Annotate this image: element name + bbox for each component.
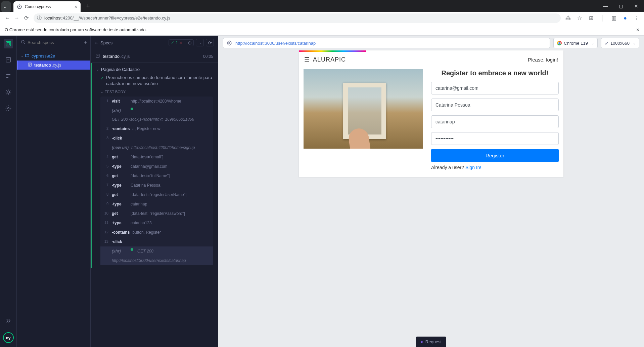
minimize-button[interactable]: — — [598, 1, 613, 11]
command-name: get — [112, 173, 128, 179]
command-row[interactable]: 13-click — [100, 237, 213, 246]
aut-url-text: http://localhost:3000/user/exists/catari… — [235, 41, 316, 46]
command-number: 2 — [102, 126, 108, 131]
hamburger-icon[interactable]: ☰ — [304, 56, 310, 63]
rerun-button[interactable]: ⟳ — [206, 39, 214, 46]
command-message: [data-test="registerUserName"] — [131, 192, 186, 198]
reload-button[interactable]: ⟳ — [21, 13, 31, 23]
reporter-panel: ⇤ Specs ✓ 1 ✕ -- ◷ ⌄ ⟳ — [91, 36, 218, 347]
command-row[interactable]: 6get[data-test="fullName"] — [100, 171, 213, 181]
hook-title[interactable]: ⌄ TEST BODY — [96, 88, 213, 95]
suite-title[interactable]: ⌄ Página de Cadastro — [96, 66, 213, 73]
email-field[interactable] — [431, 82, 559, 94]
file-name: testando — [34, 63, 51, 68]
svg-point-4 — [7, 91, 10, 93]
username-field[interactable] — [431, 115, 559, 128]
command-row[interactable]: http://localhost:3000/user/exists/catari… — [100, 256, 213, 265]
sidepanel-icon[interactable]: ▥ — [609, 13, 618, 23]
collapse-icon[interactable] — [4, 316, 13, 325]
command-row[interactable]: 1visithttp://localhost:4200/#/home — [100, 97, 213, 106]
chevron-down-icon: ⌄ — [96, 68, 99, 71]
status-dot-icon — [131, 248, 133, 251]
login-link[interactable]: Please, login! — [528, 57, 558, 63]
spec-ext: .cy.js — [120, 54, 130, 59]
tree-file[interactable]: testando.cy.js — [17, 61, 90, 70]
close-window-button[interactable]: ✕ — [629, 1, 644, 11]
viewport-selector[interactable]: ⤡ 1000x660 ⌄ — [601, 38, 639, 48]
cypress-logo-icon[interactable]: cy — [3, 332, 14, 343]
url-bar[interactable]: ⓘ localhost:4200/__/#/specs/runner?file=… — [34, 13, 561, 23]
forward-button[interactable]: → — [12, 13, 21, 23]
maximize-button[interactable]: ▢ — [613, 1, 629, 11]
pending-count: -- — [184, 40, 187, 45]
browser-toolbar: ← → ⟳ ⓘ localhost:4200/__/#/specs/runner… — [0, 12, 644, 24]
site-info-icon[interactable]: ⓘ — [37, 15, 42, 21]
snapshot-chip[interactable]: Request — [416, 337, 446, 347]
pass-icon: ✓ — [171, 40, 174, 45]
command-message: Catarina Pessoa — [131, 182, 160, 188]
command-number: 6 — [102, 173, 108, 179]
next-button[interactable]: ⌄ — [196, 39, 204, 46]
command-name: -type — [112, 163, 128, 169]
specs-sidebar: + ⌄ cypress\e2e testando.cy.js — [17, 36, 91, 347]
password-field[interactable] — [431, 132, 559, 145]
command-message: http://localhost:4200/#/home/signup — [131, 145, 195, 151]
svg-point-0 — [17, 5, 21, 9]
command-row[interactable]: 7-typeCatarina Pessoa — [100, 181, 213, 190]
search-specs-input[interactable] — [28, 40, 84, 45]
translate-icon[interactable]: ⁂ — [563, 13, 573, 23]
command-row[interactable]: 12-containsbutton, Register — [100, 228, 213, 237]
command-name: (new url) — [112, 145, 129, 151]
command-row[interactable]: 5-typecatarina@gmail.com — [100, 162, 213, 171]
extensions-icon[interactable]: ⊞ — [586, 13, 596, 23]
folder-name: cypress\e2e — [32, 53, 55, 59]
automation-infobar: O Chrome está sendo controlado por um so… — [0, 24, 644, 36]
profile-icon[interactable]: ● — [620, 13, 630, 23]
settings-icon[interactable] — [4, 104, 13, 113]
command-row[interactable]: 4get[data-test="email"] — [100, 152, 213, 162]
command-row[interactable]: 2-containsa, Register now — [100, 124, 213, 133]
command-name: -type — [112, 182, 128, 188]
tab-close-icon[interactable]: × — [75, 4, 77, 9]
spec-row[interactable]: testando.cy.js 00:05 — [91, 50, 218, 63]
command-row[interactable]: (xhr)GET 200 /sockjs-node/info?t=1699566… — [100, 106, 213, 124]
new-tab-button[interactable]: + — [83, 1, 93, 11]
tab-dropdown[interactable]: ⌄ — [1, 1, 11, 12]
tree-folder[interactable]: ⌄ cypress\e2e — [17, 51, 90, 61]
browser-selector[interactable]: Chrome 119 ⌄ — [553, 38, 598, 48]
aut-url-bar[interactable]: http://localhost:3000/user/exists/catari… — [223, 38, 550, 48]
command-row[interactable]: 11-typecatarina123 — [100, 218, 213, 228]
check-icon: ✓ — [100, 75, 104, 81]
command-row[interactable]: 3-click — [100, 133, 213, 143]
command-message: GET 200 /sockjs-node/info?t=169956602186… — [112, 116, 194, 122]
test-title[interactable]: ✓ Preencher os campos do formulário corr… — [96, 73, 213, 88]
command-row[interactable]: 9-typecatarinap — [100, 199, 213, 209]
bug-icon[interactable] — [4, 87, 13, 97]
fail-icon: ✕ — [179, 40, 183, 45]
back-button[interactable]: ← — [3, 13, 12, 23]
command-message: GET 200 — [137, 248, 153, 254]
register-button[interactable]: Register — [431, 149, 559, 162]
runs-icon[interactable] — [4, 55, 13, 65]
command-message: catarina@gmail.com — [131, 163, 168, 169]
specs-icon[interactable] — [4, 39, 13, 48]
debug-icon[interactable] — [4, 71, 13, 81]
command-row[interactable]: (xhr)GET 200 — [100, 246, 213, 256]
command-row[interactable]: 10get[data-test="registerPassword"] — [100, 209, 213, 218]
menu-icon[interactable]: ⋮ — [632, 13, 641, 23]
new-spec-button[interactable]: + — [84, 39, 88, 46]
browser-tab[interactable]: Curso-cypress × — [13, 1, 81, 12]
selector-playground-icon[interactable] — [227, 40, 232, 46]
chevron-down-icon: ⌄ — [21, 54, 24, 58]
collapse-specs-icon[interactable]: ⇤ — [95, 40, 98, 45]
infobar-close-icon[interactable]: × — [636, 27, 639, 33]
aut-panel: http://localhost:3000/user/exists/catari… — [218, 36, 644, 347]
command-row[interactable]: 8get[data-test="registerUserName"] — [100, 190, 213, 199]
browser-titlebar: ⌄ Curso-cypress × + — ▢ ✕ — [0, 0, 644, 12]
command-row[interactable]: (new url)http://localhost:4200/#/home/si… — [100, 143, 213, 152]
pass-count: 1 — [176, 40, 178, 45]
command-number: 4 — [102, 154, 108, 160]
fullname-field[interactable] — [431, 99, 559, 111]
bookmark-icon[interactable]: ☆ — [575, 13, 584, 23]
signin-link[interactable]: Sign In! — [465, 165, 481, 170]
